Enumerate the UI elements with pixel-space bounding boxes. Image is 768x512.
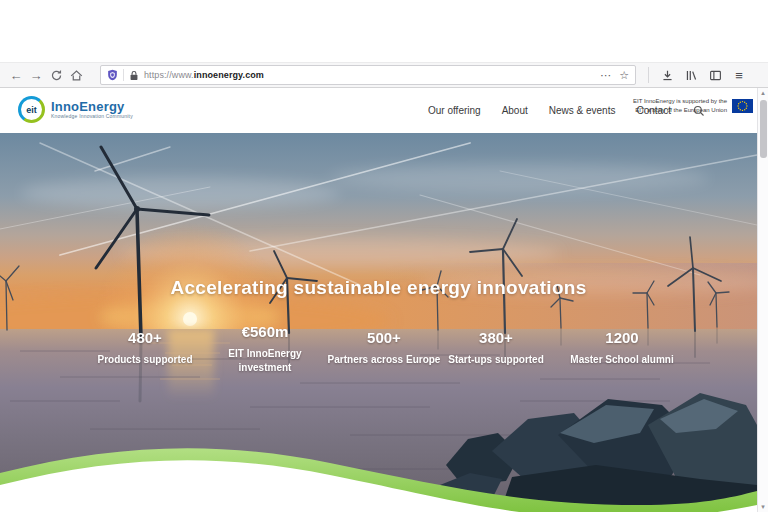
eu-support-text: EIT InnoEnergy is supported by the EIT, …	[633, 97, 727, 114]
refresh-glyph	[50, 69, 63, 82]
stat-products: 480+ Products supported	[85, 329, 205, 367]
stat-label: Start-ups supported	[435, 353, 557, 367]
stat-startups: 380+ Start-ups supported	[435, 329, 557, 367]
nav-item-about[interactable]: About	[502, 105, 528, 116]
url-bar[interactable]: https://www.innoenergy.com ⋯ ☆	[100, 65, 636, 85]
stat-value: 380+	[435, 329, 557, 346]
logo-tagline: Knowledge Innovation Community	[51, 114, 133, 120]
eu-flag-stars	[732, 99, 753, 113]
innoenergy-logo[interactable]: eit InnoEnergy Knowledge Innovation Comm…	[18, 96, 133, 123]
eu-support-line2: EIT, a body of the European Union	[633, 106, 727, 115]
toolbar-divider	[648, 67, 649, 83]
urlbar-divider	[123, 69, 124, 81]
toolbar-right-icons: ≡	[644, 65, 749, 85]
forward-glyph: →	[30, 69, 43, 82]
refresh-icon[interactable]	[46, 65, 66, 85]
eu-flag-icon	[732, 99, 753, 113]
stat-label: Master School alumni	[556, 353, 688, 367]
stat-partners: 500+ Partners across Europe	[323, 329, 445, 367]
scrollbar-thumb[interactable]	[760, 100, 767, 158]
eit-logo-text: eit	[21, 99, 42, 120]
stat-investment: €560m EIT InnoEnergy investment	[204, 323, 326, 374]
library-glyph	[685, 69, 698, 82]
logo-text: InnoEnergy Knowledge Innovation Communit…	[51, 100, 133, 120]
hero-stats: 480+ Products supported €560m EIT InnoEn…	[0, 329, 757, 419]
site-header: eit InnoEnergy Knowledge Innovation Comm…	[0, 88, 757, 133]
back-icon[interactable]: ←	[6, 65, 26, 85]
stat-label: Products supported	[85, 353, 205, 367]
bookmark-star-icon[interactable]: ☆	[619, 69, 629, 82]
page-scrollbar[interactable]: ▴ ▾	[757, 88, 768, 512]
url-text: https://www.innoenergy.com	[144, 70, 264, 80]
browser-window: ← → https://www.inno	[0, 0, 768, 512]
lock-icon	[129, 70, 139, 81]
stat-label: EIT InnoEnergy investment	[204, 347, 326, 374]
url-prefix: https://www.	[144, 70, 194, 80]
stat-value: 500+	[323, 329, 445, 346]
stat-value: €560m	[204, 323, 326, 340]
nav-item-our-offering[interactable]: Our offering	[428, 105, 481, 116]
logo-name: InnoEnergy	[51, 100, 133, 114]
menu-glyph: ≡	[735, 69, 743, 82]
home-icon[interactable]	[66, 65, 86, 85]
scrollbar-up-icon[interactable]: ▴	[758, 88, 768, 98]
forward-icon[interactable]: →	[26, 65, 46, 85]
stat-alumni: 1200 Master School alumni	[556, 329, 688, 367]
sidebar-toggle-icon[interactable]	[705, 65, 725, 85]
stat-label: Partners across Europe	[323, 353, 445, 367]
back-glyph: ←	[10, 69, 23, 82]
eu-support-line1: EIT InnoEnergy is supported by the	[633, 97, 727, 106]
tracking-shield-icon[interactable]	[107, 69, 118, 81]
nav-item-news-events[interactable]: News & events	[549, 105, 616, 116]
browser-toolbar: ← → https://www.inno	[0, 62, 768, 88]
eit-logo-icon: eit	[18, 96, 45, 123]
home-glyph	[70, 69, 83, 82]
scrollbar-down-icon[interactable]: ▾	[758, 502, 768, 512]
downloads-icon[interactable]	[657, 65, 677, 85]
stat-value: 1200	[556, 329, 688, 346]
library-icon[interactable]	[681, 65, 701, 85]
stat-value: 480+	[85, 329, 205, 346]
page-actions-icon[interactable]: ⋯	[600, 69, 612, 82]
hero-artwork	[0, 133, 757, 512]
url-domain: innoenergy.com	[194, 70, 264, 80]
urlbar-actions: ⋯ ☆	[600, 69, 629, 82]
hero-image: Accelerating sustainable energy innovati…	[0, 133, 757, 512]
menu-icon[interactable]: ≡	[729, 65, 749, 85]
downloads-glyph	[661, 69, 674, 82]
eu-support-note: EIT InnoEnergy is supported by the EIT, …	[633, 97, 753, 114]
sidebar-glyph	[709, 69, 722, 82]
hero-headline: Accelerating sustainable energy innovati…	[0, 277, 757, 299]
